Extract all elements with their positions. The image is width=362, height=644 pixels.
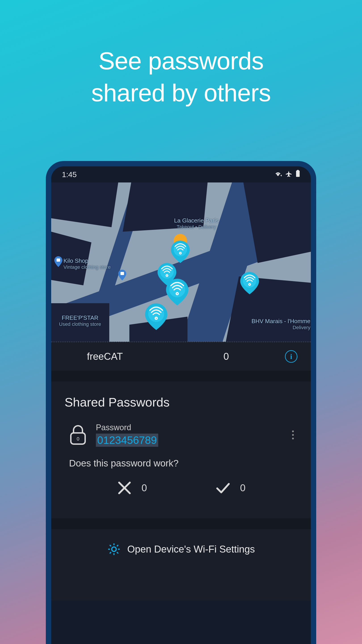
headline-line1: See passwords — [0, 45, 362, 77]
shop-pin-icon[interactable] — [54, 256, 62, 267]
shared-passwords-section: Shared Passwords 0 Password 0123456789 D… — [51, 382, 311, 518]
phone-frame: 1:45 ✦ — [46, 161, 316, 644]
svg-rect-3 — [56, 258, 60, 262]
wifi-status-icon: ✦ — [274, 170, 282, 179]
divider — [51, 371, 311, 382]
status-bar: 1:45 ✦ — [51, 166, 311, 182]
map-poi-freepstar: FREE'P'STAR Used clothing store — [59, 314, 101, 327]
wifi-hotspot-pin[interactable] — [171, 240, 190, 263]
password-label: Password — [96, 423, 280, 432]
wifi-hotspot-pin[interactable] — [145, 303, 167, 330]
more-options-button[interactable] — [289, 430, 298, 440]
vote-row: 0 0 — [64, 480, 298, 510]
wifi-hotspot-pin[interactable] — [166, 278, 188, 306]
gear-icon — [107, 542, 121, 556]
open-wifi-settings-button[interactable]: Open Device's Wi-Fi Settings — [51, 529, 311, 600]
promo-headline: See passwords shared by others — [0, 0, 362, 109]
svg-rect-2 — [296, 170, 300, 177]
svg-text:✦: ✦ — [280, 174, 282, 177]
settings-label: Open Device's Wi-Fi Settings — [127, 544, 255, 555]
info-button[interactable]: i — [285, 350, 298, 363]
headline-line2: shared by others — [0, 77, 362, 109]
vote-yes-button[interactable]: 0 — [215, 480, 245, 496]
section-title: Shared Passwords — [64, 395, 298, 410]
lock-icon: 0 — [69, 425, 87, 445]
map-poi-bhv: BHV Marais - l'Homme Delivery — [199, 318, 310, 331]
no-count: 0 — [141, 482, 147, 494]
password-entry: 0 Password 0123456789 — [64, 423, 298, 447]
phone-screen: 1:45 ✦ — [51, 166, 311, 644]
battery-icon — [296, 170, 300, 179]
map-poi-kilo: Kilo Shop Vintage clothing store — [63, 258, 111, 270]
vote-no-button[interactable]: 0 — [116, 480, 147, 496]
divider — [51, 518, 311, 529]
network-name: freeCAT — [87, 351, 123, 362]
wifi-hotspot-pin[interactable] — [240, 272, 259, 294]
status-time: 1:45 — [62, 170, 77, 179]
airplane-mode-icon — [285, 170, 292, 179]
feedback-question: Does this password work? — [64, 458, 298, 469]
x-icon — [116, 480, 132, 496]
svg-rect-4 — [120, 272, 124, 275]
check-icon — [215, 480, 231, 496]
network-info-bar[interactable]: freeCAT 0 i — [51, 342, 311, 371]
yes-count: 0 — [240, 482, 245, 494]
svg-rect-1 — [297, 170, 299, 170]
map-poi-glacerie: La Glacerie Paris Takeout • Delivery — [174, 217, 219, 230]
password-value[interactable]: 0123456789 — [96, 434, 158, 447]
network-count: 0 — [168, 351, 285, 362]
status-icons: ✦ — [274, 170, 300, 179]
svg-text:0: 0 — [77, 436, 79, 442]
svg-point-12 — [112, 547, 116, 552]
info-icon: i — [290, 352, 292, 361]
shop-pin-icon[interactable] — [118, 270, 126, 280]
map-view[interactable]: La Glacerie Paris Takeout • Delivery Kil… — [51, 182, 311, 342]
